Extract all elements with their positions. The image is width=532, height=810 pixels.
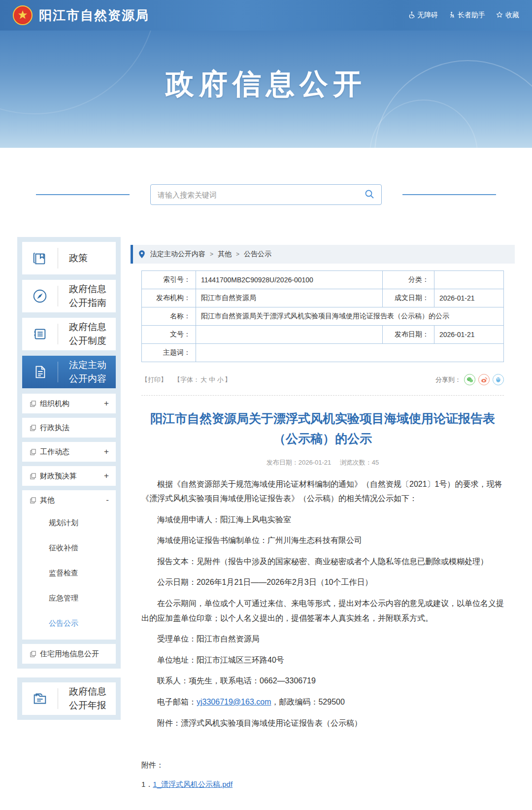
sidebar-item-label: 政府信息公开制度 — [69, 320, 111, 347]
elder-helper-icon — [449, 11, 455, 20]
search-button[interactable] — [365, 189, 374, 201]
article-paragraph: 在公示期间，单位或个人可通过来信、来电等形式，提出对本公示内容的意见或建议，以单… — [141, 596, 504, 625]
sidebar-sub-label: 组织机构 — [40, 399, 69, 408]
publish-date-value: 2026-01-21 — [434, 326, 503, 344]
sidebar-sub-work-news[interactable]: 工作动态 + — [22, 442, 116, 462]
sidebar-sub-label: 工作动态 — [40, 447, 69, 457]
email-link[interactable]: yj3306719@163.com — [197, 698, 271, 706]
article-paragraph-email: 电子邮箱：yj3306719@163.com，邮政编码：529500 — [141, 695, 504, 709]
document-icon — [22, 364, 58, 380]
search-left-line — [36, 194, 130, 195]
agency-value: 阳江市自然资源局 — [196, 289, 383, 307]
sidebar-child-planning[interactable]: 规划计划 — [22, 510, 116, 535]
doc-number-value — [196, 326, 383, 344]
expand-toggle[interactable]: + — [104, 447, 109, 457]
attachment-number: 1． — [141, 780, 153, 788]
banner-title: 政府信息公开 — [0, 31, 532, 103]
favorite-label: 收藏 — [505, 11, 519, 20]
expand-toggle[interactable]: + — [104, 471, 109, 481]
sidebar-item-guide[interactable]: 政府信息公开指南 — [22, 280, 116, 312]
written-date-value: 2026-01-21 — [434, 289, 503, 307]
font-size-medium-button[interactable]: 中 — [209, 376, 215, 383]
accessibility-link[interactable]: 无障碍 — [408, 11, 438, 20]
sidebar-item-policy[interactable]: 政策 — [22, 242, 116, 274]
wechat-share-icon[interactable] — [464, 374, 475, 385]
collapse-toggle[interactable]: - — [106, 495, 109, 505]
breadcrumb-item-other[interactable]: 其他 — [218, 250, 232, 259]
page-icon — [30, 651, 36, 657]
breadcrumb-item-statutory[interactable]: 法定主动公开内容 — [150, 250, 205, 259]
accessibility-label: 无障碍 — [417, 11, 438, 20]
sidebar-sub-enforcement[interactable]: 行政执法 — [22, 418, 116, 438]
font-size-small-button[interactable]: 小 — [217, 376, 224, 383]
weibo-share-icon[interactable] — [478, 374, 490, 385]
sidebar-sub-housing-land[interactable]: 住宅用地信息公开 — [22, 644, 116, 664]
article-paragraph: 根据《自然资源部关于规范海域使用论证材料编制的通知》（自然资规〔2021〕1号）… — [141, 477, 504, 506]
content-area: 法定主动公开内容 > 其他 > 公告公示 索引号： 11441700MB2C90… — [131, 237, 515, 809]
search-input[interactable] — [158, 191, 365, 199]
top-links: 无障碍 长者助手 收藏 — [408, 11, 519, 20]
sidebar-sub-other-group: 其他 - 规划计划 征收补偿 监督检查 应急管理 公告公示 — [22, 490, 116, 640]
sidebar-sub-other[interactable]: 其他 - — [22, 490, 116, 510]
breadcrumb-separator: > — [210, 251, 213, 258]
main-area: 政策 政府信息公开指南 — [17, 237, 515, 809]
index-number-value: 11441700MB2C90928U/2026-00100 — [196, 271, 383, 289]
page-icon — [30, 401, 36, 407]
divider — [58, 324, 58, 344]
attachment-pdf-link[interactable]: 1_漂浮式风机公示稿.pdf — [153, 780, 233, 788]
document-info-table: 索引号： 11441700MB2C90928U/2026-00100 分类： 发… — [141, 270, 504, 362]
page-icon — [30, 425, 36, 431]
doc-number-label: 文号： — [142, 326, 196, 344]
sidebar-block-main: 政策 政府信息公开指南 — [17, 237, 121, 669]
sidebar-sub-label: 其他 — [40, 496, 55, 505]
sidebar-sub-organization[interactable]: 组织机构 + — [22, 394, 116, 413]
sidebar-child-emergency[interactable]: 应急管理 — [22, 585, 116, 610]
star-icon — [496, 11, 503, 20]
email-suffix: ，邮政编码：529500 — [271, 698, 344, 706]
qzone-share-icon[interactable] — [493, 374, 504, 385]
article-paragraph: 海域使用申请人：阳江海上风电实验室 — [141, 512, 504, 527]
sidebar-child-supervision[interactable]: 监督检查 — [22, 560, 116, 585]
font-size-prefix: 【字体： — [174, 376, 200, 383]
agency-label: 发布机构： — [142, 289, 196, 307]
sidebar-item-annual-report[interactable]: 政府信息公开年报 — [22, 682, 116, 715]
accessibility-icon — [408, 11, 415, 20]
sidebar-child-announcements[interactable]: 公告公示 — [22, 610, 116, 636]
sidebar-block-annual-report: 政府信息公开年报 — [17, 677, 121, 720]
article-paragraph: 联系人：项先生，联系电话：0662—3306719 — [141, 674, 504, 688]
article-body: 根据《自然资源部关于规范海域使用论证材料编制的通知》（自然资规〔2021〕1号）… — [141, 477, 504, 731]
keywords-value — [196, 344, 504, 362]
breadcrumb: 法定主动公开内容 > 其他 > 公告公示 — [131, 245, 515, 264]
sidebar-item-label: 政府信息公开指南 — [69, 282, 111, 309]
folder-icon — [22, 690, 58, 707]
search-section — [0, 148, 532, 237]
expand-toggle[interactable]: + — [104, 399, 109, 408]
sidebar-item-label: 政策 — [69, 251, 111, 265]
table-row: 文号： 发布日期： 2026-01-21 — [142, 326, 504, 344]
divider — [58, 688, 58, 709]
elder-helper-link[interactable]: 长者助手 — [449, 11, 485, 20]
sidebar-item-statutory-disclosure[interactable]: 法定主动公开内容 — [22, 356, 116, 388]
article-publish-date: 发布日期：2026-01-21 — [266, 459, 332, 466]
font-size-control: 【字体：大中小】 — [174, 375, 231, 384]
sidebar-item-system[interactable]: 政府信息公开制度 — [22, 318, 116, 350]
written-date-label: 成文日期： — [382, 289, 434, 307]
print-button[interactable]: 【打印】 — [141, 375, 167, 384]
attachments-heading: 附件： — [141, 761, 504, 770]
divider — [58, 362, 58, 382]
search-right-line — [402, 194, 496, 195]
page-banner: 政府信息公开 — [0, 31, 532, 148]
sidebar-sub-label: 行政执法 — [40, 423, 69, 433]
font-size-large-button[interactable]: 大 — [200, 376, 207, 383]
sidebar: 政策 政府信息公开指南 — [17, 237, 121, 720]
article-paragraph: 单位地址：阳江市江城区三环路40号 — [141, 653, 504, 668]
table-row: 主题词： — [142, 344, 504, 362]
table-row: 名称： 阳江市自然资源局关于漂浮式风机实验项目海域使用论证报告表（公示稿）的公示 — [142, 307, 504, 326]
sidebar-item-label: 法定主动公开内容 — [69, 358, 111, 385]
sidebar-child-expropriation[interactable]: 征收补偿 — [22, 535, 116, 560]
sidebar-sub-budget[interactable]: 财政预决算 + — [22, 466, 116, 486]
favorite-link[interactable]: 收藏 — [496, 11, 519, 20]
article-paragraph: 受理单位：阳江市自然资源局 — [141, 632, 504, 646]
article-meta: 发布日期：2026-01-21 浏览次数：45 — [131, 458, 515, 467]
breadcrumb-item-announcements[interactable]: 公告公示 — [244, 250, 271, 259]
